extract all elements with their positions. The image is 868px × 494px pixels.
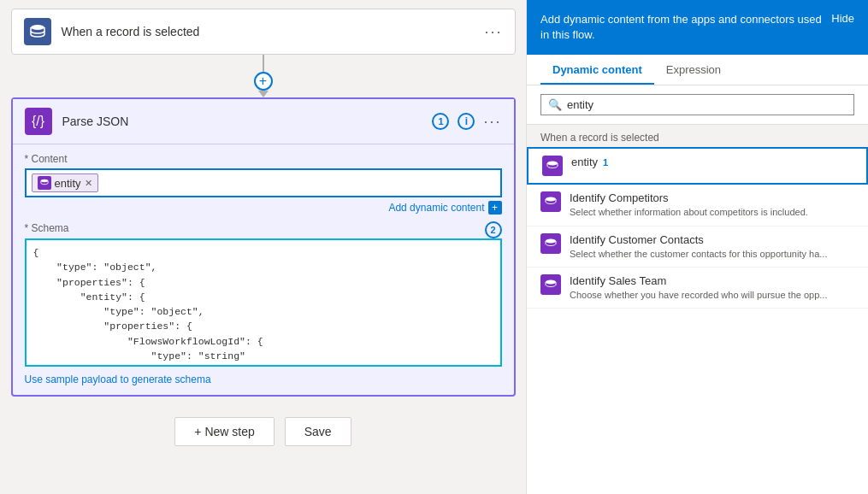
svg-point-2 <box>547 162 558 166</box>
info-icon[interactable]: i <box>458 113 475 130</box>
dynamic-item-sales-team-content: Identify Sales Team Choose whether you h… <box>570 274 854 301</box>
dynamic-item-sales-team-title: Identify Sales Team <box>570 274 854 287</box>
dynamic-item-entity-content: entity 1 <box>571 156 853 168</box>
dynamic-item-contacts[interactable]: Identify Customer Contacts Select whethe… <box>527 226 868 268</box>
dynamic-item-sales-team-icon <box>540 274 561 295</box>
use-sample-link[interactable]: Use sample payload to generate schema <box>25 373 211 385</box>
schema-textarea[interactable] <box>25 238 502 367</box>
add-dynamic-button[interactable]: Add dynamic content + <box>25 201 502 215</box>
panel-header-text: Add dynamic content from the apps and co… <box>540 12 831 43</box>
entity-tag-text: entity <box>55 177 81 190</box>
panel-tabs: Dynamic content Expression <box>527 55 868 85</box>
dynamic-item-entity-icon <box>542 156 563 176</box>
new-step-button[interactable]: + New step <box>174 417 274 446</box>
connector: + <box>254 55 273 97</box>
hide-panel-button[interactable]: Hide <box>831 12 854 25</box>
svg-point-4 <box>546 238 556 243</box>
parse-json-more-icon[interactable]: ··· <box>483 113 501 131</box>
dynamic-item-contacts-title: Identify Customer Contacts <box>570 233 854 246</box>
entity-tag-close[interactable]: ✕ <box>85 178 92 189</box>
dynamic-item-contacts-content: Identify Customer Contacts Select whethe… <box>570 233 854 260</box>
schema-label: * Schema <box>25 222 69 234</box>
dynamic-item-competitors-title: Identify Competitors <box>570 191 854 204</box>
entity-tag: entity ✕ <box>32 173 98 192</box>
search-box: 🔍 <box>540 94 854 115</box>
dynamic-content-panel: Add dynamic content from the apps and co… <box>526 0 868 494</box>
dynamic-item-contacts-desc: Select whether the customer contacts for… <box>570 248 854 260</box>
parse-json-card: {/} Parse JSON 1 i ··· * Content <box>11 97 516 397</box>
dynamic-item-competitors-desc: Select whether information about competi… <box>570 206 854 218</box>
svg-point-5 <box>546 279 556 284</box>
parse-json-header: {/} Parse JSON 1 i ··· <box>13 99 514 144</box>
save-button[interactable]: Save <box>285 417 351 446</box>
trigger-icon <box>24 18 51 45</box>
dynamic-item-entity[interactable]: entity 1 <box>527 147 868 185</box>
trigger-more-icon[interactable]: ··· <box>484 23 502 41</box>
trigger-card: When a record is selected ··· <box>11 9 516 55</box>
search-icon: 🔍 <box>548 98 562 111</box>
dynamic-item-sales-team-desc: Choose whether you have recorded who wil… <box>570 289 854 301</box>
tab-dynamic-content[interactable]: Dynamic content <box>540 55 654 85</box>
content-field-row: * Content entity ✕ Add dyna <box>25 153 502 215</box>
dynamic-item-competitors[interactable]: Identify Competitors Select whether info… <box>527 185 868 226</box>
connector-line <box>263 55 264 72</box>
parse-json-body: * Content entity ✕ Add dyna <box>13 144 514 395</box>
schema-label-row: * Schema 2 <box>25 221 502 238</box>
parse-json-icon: {/} <box>25 108 52 135</box>
dynamic-item-competitors-icon <box>540 191 561 212</box>
dynamic-item-entity-title: entity <box>571 156 598 168</box>
search-area: 🔍 <box>527 85 868 125</box>
content-label: * Content <box>25 153 502 165</box>
parse-json-title: Parse JSON <box>62 115 433 128</box>
svg-point-3 <box>546 197 556 202</box>
schema-section: * Schema 2 Use sample payload to generat… <box>25 221 502 386</box>
add-dynamic-plus-icon: + <box>488 201 502 215</box>
entity-tag-icon <box>38 176 51 190</box>
add-step-button[interactable]: + <box>254 72 273 91</box>
svg-point-1 <box>40 179 47 182</box>
dynamic-item-competitors-content: Identify Competitors Select whether info… <box>570 191 854 218</box>
svg-point-0 <box>31 25 44 30</box>
bottom-actions: + New step Save <box>174 417 351 446</box>
entity-number-badge: 1 <box>603 157 608 168</box>
dynamic-item-contacts-icon <box>540 233 561 254</box>
section-label: When a record is selected <box>527 125 868 147</box>
step-badge-1: 1 <box>432 113 449 130</box>
connector-arrow <box>258 91 269 97</box>
content-input[interactable]: entity ✕ <box>25 168 502 197</box>
tab-expression[interactable]: Expression <box>654 55 733 85</box>
schema-badge-2: 2 <box>485 221 502 238</box>
panel-header: Add dynamic content from the apps and co… <box>527 0 868 55</box>
dynamic-item-sales-team[interactable]: Identify Sales Team Choose whether you h… <box>527 268 868 309</box>
trigger-title: When a record is selected <box>62 25 485 38</box>
search-input[interactable] <box>567 98 847 111</box>
